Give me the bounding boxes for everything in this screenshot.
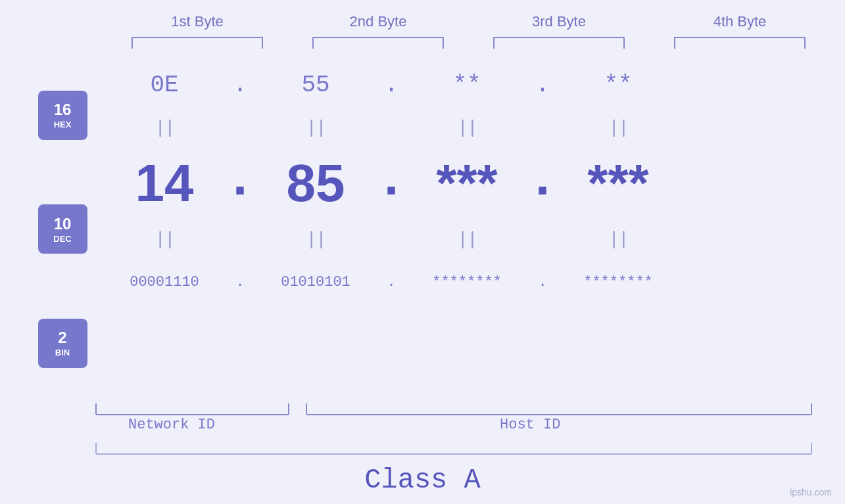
byte4-bin: ******** [552, 256, 684, 308]
eq1: || [99, 111, 230, 144]
bin-badge: 2 BIN [38, 319, 87, 368]
bracket-top-3 [493, 37, 625, 49]
eq6: || [250, 223, 381, 256]
byte2-dec: 85 [250, 144, 381, 223]
empty6 [533, 223, 552, 256]
footer-area: Class A [0, 443, 845, 496]
hex-badge: 16 HEX [38, 91, 87, 140]
network-id-label: Network ID [128, 417, 215, 433]
header-byte1: 1st Byte [132, 13, 263, 30]
dec-badge-num: 10 [54, 215, 72, 234]
dot-hex-1: . [230, 58, 250, 111]
dec-badge-sub: DEC [53, 234, 71, 244]
dot-hex-2: . [381, 58, 401, 111]
class-a-label: Class A [0, 465, 845, 496]
bracket-top-2 [312, 37, 444, 49]
header-byte4: 4th Byte [674, 13, 806, 30]
eq3: || [401, 111, 533, 144]
main-container: 1st Byte 2nd Byte 3rd Byte 4th Byte 16 H… [0, 0, 845, 504]
bracket-top-4 [674, 37, 806, 49]
top-brackets [107, 37, 831, 49]
eq8: || [552, 223, 684, 256]
dec-badge: 10 DEC [38, 204, 87, 254]
byte4-dec: *** [552, 144, 684, 223]
eq7: || [401, 223, 533, 256]
dot-bin-3: . [533, 256, 552, 308]
dot-bin-2: . [381, 256, 401, 308]
main-data-area: 16 HEX 10 DEC 2 BIN 0E . 55 . ** . ** || [0, 58, 845, 400]
dot-dec-3: . [533, 144, 552, 223]
eq5: || [99, 223, 230, 256]
bin-badge-num: 2 [58, 329, 66, 348]
dot-bin-1: . [230, 256, 250, 308]
byte3-hex: ** [401, 58, 533, 111]
bracket-top-1 [132, 37, 263, 49]
dot-dec-1: . [230, 144, 250, 223]
eq4: || [552, 111, 684, 144]
bin-badge-sub: BIN [55, 348, 70, 358]
host-id-label: Host ID [500, 417, 560, 433]
byte1-hex: 0E [99, 58, 230, 111]
eq2: || [250, 111, 381, 144]
byte2-hex: 55 [250, 58, 381, 111]
class-bracket [95, 443, 812, 455]
byte-headers: 1st Byte 2nd Byte 3rd Byte 4th Byte [107, 13, 831, 30]
watermark: ipshu.com [790, 487, 832, 497]
data-grid: 0E . 55 . ** . ** || || || || 14 . 85 . … [99, 58, 783, 400]
byte1-bin: 00001110 [99, 256, 230, 308]
header-byte2: 2nd Byte [312, 13, 444, 30]
empty3 [533, 111, 552, 144]
byte1-dec: 14 [99, 144, 230, 223]
empty4 [230, 223, 250, 256]
hex-badge-sub: HEX [54, 120, 72, 130]
empty5 [381, 223, 401, 256]
empty1 [230, 111, 250, 144]
hex-badge-num: 16 [54, 101, 72, 120]
byte3-bin: ******** [401, 256, 533, 308]
host-id-bracket [306, 403, 812, 415]
byte4-hex: ** [552, 58, 684, 111]
dot-hex-3: . [533, 58, 552, 111]
header-byte3: 3rd Byte [493, 13, 625, 30]
network-id-bracket [95, 403, 289, 415]
labels-column: 16 HEX 10 DEC 2 BIN [0, 58, 92, 400]
empty2 [381, 111, 401, 144]
dot-dec-2: . [381, 144, 401, 223]
byte3-dec: *** [401, 144, 533, 223]
bottom-brackets-area: Network ID Host ID [0, 403, 845, 440]
byte2-bin: 01010101 [250, 256, 381, 308]
